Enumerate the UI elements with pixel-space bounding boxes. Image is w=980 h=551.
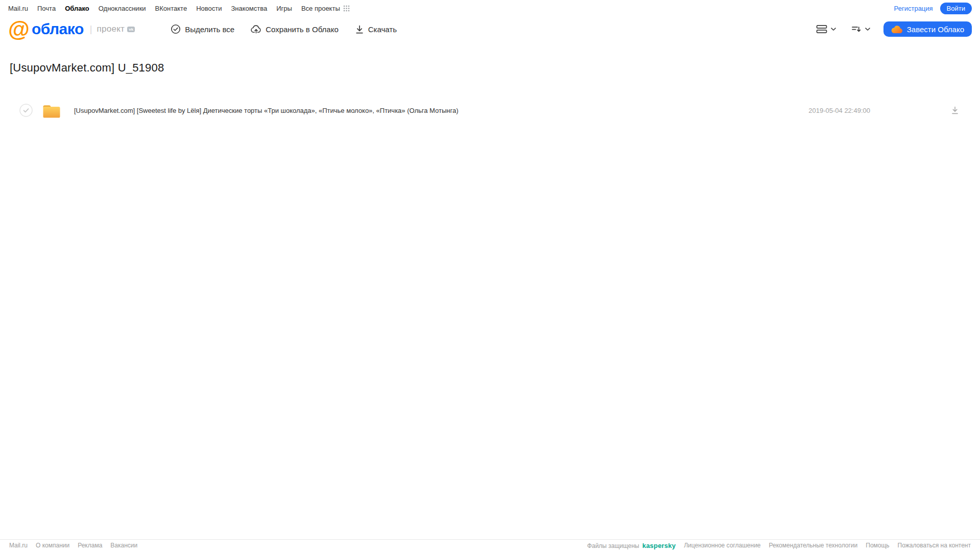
mailru-at-icon: @ — [8, 20, 29, 38]
row-checkbox[interactable] — [19, 104, 33, 117]
footer-jobs-link[interactable]: Вакансии — [110, 542, 137, 549]
download-button[interactable]: Скачать — [355, 25, 397, 34]
logo-text: облако — [32, 20, 84, 38]
login-button[interactable]: Войти — [940, 3, 972, 14]
nav-mailru[interactable]: Mail.ru — [8, 5, 28, 12]
cloud-orange-icon — [891, 25, 902, 34]
footer-help-link[interactable]: Помощь — [866, 542, 889, 549]
sort-dropdown[interactable] — [849, 22, 872, 36]
all-projects-label: Все проекты — [301, 5, 340, 12]
cloud-upload-icon — [251, 24, 261, 34]
cloud-logo[interactable]: @ облако | проект vk — [8, 20, 135, 38]
download-icon — [355, 25, 364, 34]
footer-left-links: Mail.ru О компании Реклама Вакансии — [9, 542, 137, 549]
footer-about-link[interactable]: О компании — [36, 542, 69, 549]
get-cloud-button[interactable]: Завести Облако — [883, 21, 972, 37]
file-list: [UsupovMarket.com] [Sweetest life by Lël… — [8, 99, 972, 122]
logo-separator: | — [90, 24, 92, 35]
file-date: 2019-05-04 22:49:00 — [808, 107, 870, 114]
nav-znakomstva[interactable]: Знакомства — [231, 5, 267, 12]
nav-odnoklassniki[interactable]: Одноклассники — [99, 5, 146, 12]
list-view-icon — [816, 25, 827, 34]
header-right-controls: Завести Облако — [814, 21, 972, 37]
nav-vkontakte[interactable]: ВКонтакте — [155, 5, 187, 12]
save-to-cloud-label: Сохранить в Облако — [266, 25, 339, 34]
registration-link[interactable]: Регистрация — [894, 5, 933, 12]
kaspersky-logo[interactable]: kaspersky — [642, 542, 676, 549]
sort-icon — [851, 25, 862, 34]
get-cloud-label: Завести Облако — [907, 25, 964, 34]
vk-badge-icon: vk — [127, 27, 135, 32]
protected-by-label: Файлы защищены — [587, 542, 639, 549]
page-footer: Mail.ru О компании Реклама Вакансии Файл… — [0, 539, 980, 551]
nav-all-projects[interactable]: Все проекты — [301, 5, 350, 12]
main-content: [UsupovMarket.com] U_51908 — [0, 42, 980, 122]
file-name-link[interactable]: [UsupovMarket.com] [Sweetest life by Lël… — [74, 107, 808, 114]
check-circle-icon — [171, 24, 181, 34]
portal-nav: Mail.ru Почта Облако Одноклассники ВКонт… — [0, 0, 980, 16]
chevron-down-icon — [831, 28, 836, 31]
page-title: [UsupovMarket.com] U_51908 — [8, 61, 972, 75]
footer-license-link[interactable]: Лицензионное соглашение — [684, 542, 760, 549]
nav-pochta[interactable]: Почта — [37, 5, 56, 12]
footer-ads-link[interactable]: Реклама — [78, 542, 102, 549]
folder-icon[interactable] — [41, 102, 62, 119]
footer-mailru-link[interactable]: Mail.ru — [9, 542, 28, 549]
download-label: Скачать — [368, 25, 397, 34]
project-label: проект — [97, 24, 125, 34]
app-header: @ облако | проект vk Выделить все Сохран… — [0, 16, 980, 42]
select-all-label: Выделить все — [185, 25, 234, 34]
chevron-down-icon — [865, 28, 870, 31]
nav-novosti[interactable]: Новости — [196, 5, 222, 12]
footer-right-links: Файлы защищены kaspersky Лицензионное со… — [587, 542, 971, 549]
footer-recommendations-link[interactable]: Рекомендательные технологии — [769, 542, 858, 549]
nav-oblako[interactable]: Облако — [65, 5, 89, 12]
row-download-icon[interactable] — [950, 106, 960, 115]
apps-grid-icon — [343, 5, 350, 12]
file-row[interactable]: [UsupovMarket.com] [Sweetest life by Lël… — [8, 99, 972, 122]
view-mode-dropdown[interactable] — [814, 22, 838, 36]
portal-nav-auth: Регистрация Войти — [894, 3, 972, 14]
footer-report-link[interactable]: Пожаловаться на контент — [898, 542, 971, 549]
portal-nav-links: Mail.ru Почта Облако Одноклассники ВКонт… — [8, 5, 350, 12]
nav-igry[interactable]: Игры — [276, 5, 292, 12]
save-to-cloud-button[interactable]: Сохранить в Облако — [251, 24, 339, 34]
select-all-button[interactable]: Выделить все — [171, 24, 234, 34]
kaspersky-protection: Файлы защищены kaspersky — [587, 542, 676, 549]
file-toolbar: Выделить все Сохранить в Облако Скачать — [171, 24, 397, 34]
